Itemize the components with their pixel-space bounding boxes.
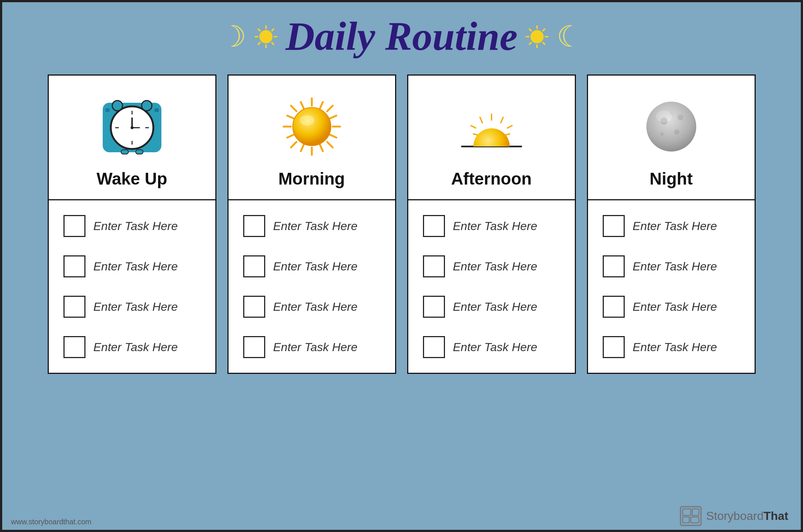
- svg-rect-72: [683, 517, 689, 523]
- task-item: Enter Task Here: [423, 296, 560, 318]
- svg-line-56: [507, 126, 512, 128]
- task-label[interactable]: Enter Task Here: [273, 219, 358, 233]
- task-item: Enter Task Here: [243, 255, 380, 277]
- task-item: Enter Task Here: [63, 255, 201, 277]
- svg-point-9: [530, 30, 544, 43]
- svg-line-57: [480, 117, 482, 123]
- footer-url: www.storyboardthat.com: [11, 518, 91, 526]
- task-item: Enter Task Here: [243, 296, 380, 318]
- task-label[interactable]: Enter Task Here: [94, 219, 178, 233]
- svg-line-46: [330, 116, 336, 119]
- checkbox[interactable]: [423, 215, 445, 237]
- morning-label: Morning: [278, 169, 345, 189]
- svg-line-44: [301, 102, 304, 109]
- checkbox[interactable]: [63, 255, 85, 277]
- column-afternoon: Afternoon Enter Task Here Enter Task Her…: [407, 74, 576, 374]
- checkbox[interactable]: [603, 336, 625, 358]
- task-item: Enter Task Here: [603, 336, 740, 358]
- moon-left-icon: ☽: [220, 19, 247, 54]
- sun-small-right-icon: [524, 24, 550, 50]
- task-label[interactable]: Enter Task Here: [94, 260, 178, 273]
- columns-container: Wake Up Enter Task Here Enter Task Here …: [2, 74, 801, 374]
- morning-sun-icon: [279, 90, 345, 163]
- wake-up-label: Wake Up: [96, 169, 167, 189]
- svg-point-61: [473, 128, 510, 163]
- svg-line-8: [258, 42, 260, 45]
- moon-right-icon: ☽: [556, 19, 583, 54]
- svg-line-39: [327, 142, 333, 147]
- svg-rect-32: [105, 108, 110, 112]
- svg-point-66: [678, 114, 683, 120]
- svg-line-14: [529, 29, 532, 31]
- task-label[interactable]: Enter Task Here: [633, 340, 717, 354]
- svg-line-6: [271, 42, 274, 45]
- task-label[interactable]: Enter Task Here: [633, 260, 717, 273]
- task-label[interactable]: Enter Task Here: [633, 300, 717, 314]
- wake-up-header: Wake Up: [49, 76, 215, 200]
- checkbox[interactable]: [243, 296, 265, 318]
- night-header: Night: [588, 76, 755, 200]
- svg-line-16: [543, 29, 545, 31]
- task-label[interactable]: Enter Task Here: [94, 340, 178, 354]
- checkbox[interactable]: [423, 255, 445, 277]
- afternoon-label: Afternoon: [451, 169, 532, 189]
- checkbox[interactable]: [603, 215, 625, 237]
- task-item: Enter Task Here: [423, 255, 560, 277]
- task-label[interactable]: Enter Task Here: [94, 300, 178, 314]
- night-tasks: Enter Task Here Enter Task Here Enter Ta…: [588, 200, 755, 373]
- column-morning: Morning Enter Task Here Enter Task Here …: [227, 74, 396, 374]
- brand-name-regular: Storyboard: [706, 509, 764, 522]
- checkbox[interactable]: [603, 296, 625, 318]
- svg-point-27: [131, 126, 134, 129]
- svg-point-64: [674, 130, 679, 135]
- checkbox[interactable]: [63, 215, 85, 237]
- task-item: Enter Task Here: [243, 215, 380, 237]
- checkbox[interactable]: [243, 215, 265, 237]
- svg-point-50: [293, 108, 331, 146]
- afternoon-sun-icon: [459, 90, 525, 163]
- night-label: Night: [650, 169, 693, 189]
- brand-name-label: StoryboardThat: [706, 509, 788, 523]
- column-night: Night Enter Task Here Enter Task Here En…: [587, 74, 756, 374]
- task-label[interactable]: Enter Task Here: [273, 300, 358, 314]
- checkbox[interactable]: [243, 336, 265, 358]
- task-label[interactable]: Enter Task Here: [453, 300, 537, 314]
- branding: StoryboardThat: [680, 506, 788, 526]
- svg-rect-73: [691, 517, 699, 523]
- task-label[interactable]: Enter Task Here: [273, 260, 358, 273]
- sun-small-left-icon: [253, 24, 279, 50]
- task-item: Enter Task Here: [603, 255, 740, 277]
- task-item: Enter Task Here: [243, 336, 380, 358]
- morning-tasks: Enter Task Here Enter Task Here Enter Ta…: [229, 200, 395, 373]
- task-label[interactable]: Enter Task Here: [453, 219, 537, 233]
- svg-rect-31: [136, 150, 143, 154]
- svg-rect-71: [692, 509, 699, 515]
- task-label[interactable]: Enter Task Here: [453, 340, 537, 354]
- afternoon-header: Afternoon: [408, 76, 575, 200]
- svg-point-28: [112, 101, 123, 111]
- moon-icon: [638, 90, 704, 163]
- brand-logo-icon: [680, 506, 702, 526]
- task-item: Enter Task Here: [423, 336, 560, 358]
- task-item: Enter Task Here: [603, 215, 740, 237]
- checkbox[interactable]: [63, 296, 85, 318]
- svg-rect-33: [154, 108, 159, 112]
- task-label[interactable]: Enter Task Here: [633, 219, 717, 233]
- task-label[interactable]: Enter Task Here: [453, 260, 537, 273]
- svg-line-7: [271, 29, 274, 31]
- task-item: Enter Task Here: [63, 215, 201, 237]
- checkbox[interactable]: [243, 255, 265, 277]
- checkbox[interactable]: [423, 296, 445, 318]
- svg-point-29: [142, 101, 152, 111]
- checkbox[interactable]: [63, 336, 85, 358]
- svg-line-15: [543, 42, 545, 45]
- task-label[interactable]: Enter Task Here: [273, 340, 358, 354]
- svg-line-5: [258, 29, 260, 31]
- svg-line-42: [287, 116, 294, 119]
- checkbox[interactable]: [603, 255, 625, 277]
- morning-header: Morning: [229, 76, 395, 200]
- svg-line-40: [327, 106, 333, 111]
- svg-point-62: [646, 102, 696, 152]
- task-item: Enter Task Here: [63, 296, 201, 318]
- checkbox[interactable]: [423, 336, 445, 358]
